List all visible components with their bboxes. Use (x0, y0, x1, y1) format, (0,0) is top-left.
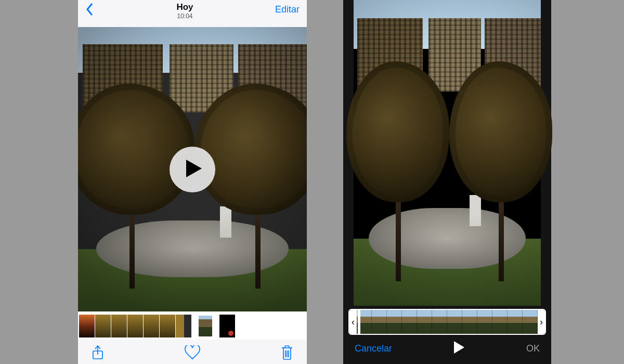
thumbnail[interactable] (198, 315, 213, 337)
timeline-frame[interactable] (372, 310, 387, 334)
share-button[interactable] (92, 345, 104, 362)
thumbnail[interactable] (127, 315, 143, 337)
thumbnail[interactable] (111, 315, 127, 337)
timeline-frame[interactable] (462, 310, 477, 334)
editor-preview[interactable] (354, 0, 541, 306)
svg-marker-0 (186, 160, 202, 177)
video-editor-screen: ‹ › Cancelar OK (343, 0, 551, 364)
back-button[interactable] (85, 2, 95, 19)
thumbnail (192, 315, 197, 337)
title-timestamp: 10:04 (176, 13, 193, 20)
timeline-frame[interactable] (402, 310, 417, 334)
nav-bar: Hoy 10:04 Editar (78, 0, 307, 27)
thumbnail[interactable] (144, 315, 159, 337)
play-icon (454, 345, 464, 356)
trim-timeline[interactable]: ‹ › (348, 309, 546, 335)
thumbnail[interactable] (160, 315, 175, 337)
edit-button[interactable]: Editar (275, 2, 300, 15)
editor-play-button[interactable] (454, 341, 464, 356)
trim-handle-right[interactable]: › (538, 310, 545, 334)
playhead[interactable] (358, 309, 360, 335)
editor-toolbar: Cancelar OK (343, 335, 551, 362)
nav-title: Hoy 10:04 (176, 2, 193, 20)
thumbnail-strip[interactable] (78, 311, 307, 340)
timeline-frame[interactable] (492, 310, 508, 334)
photo-content (354, 0, 541, 306)
timeline-frame[interactable] (432, 310, 447, 334)
cancel-button[interactable]: Cancelar (355, 343, 392, 354)
timeline-frame[interactable] (508, 310, 523, 334)
chevron-left-icon (85, 9, 95, 18)
bottom-toolbar (78, 340, 307, 364)
video-preview[interactable] (78, 27, 307, 311)
photos-viewer-screen: Hoy 10:04 Editar (78, 0, 307, 364)
timeline-frame[interactable] (447, 310, 462, 334)
ok-button[interactable]: OK (526, 343, 540, 354)
delete-button[interactable] (281, 345, 293, 362)
play-button[interactable] (170, 147, 215, 192)
svg-marker-6 (454, 341, 464, 354)
timeline-frame[interactable] (417, 310, 432, 334)
timeline-frame[interactable] (477, 310, 492, 334)
left-handle-icon: ‹ (352, 317, 355, 328)
thumbnail[interactable] (176, 315, 191, 337)
thumbnail (214, 315, 219, 337)
favorite-button[interactable] (185, 345, 200, 362)
timeline-frames[interactable] (357, 310, 538, 334)
timeline-frame[interactable] (387, 310, 402, 334)
timeline-frame[interactable] (523, 310, 538, 334)
thumbnail[interactable] (79, 315, 95, 337)
play-icon (183, 160, 202, 179)
title-text: Hoy (176, 2, 193, 12)
thumbnail[interactable] (95, 315, 111, 337)
trim-handle-left[interactable]: ‹ (349, 310, 357, 334)
thumbnail[interactable] (219, 315, 235, 337)
right-handle-icon: › (540, 317, 543, 328)
